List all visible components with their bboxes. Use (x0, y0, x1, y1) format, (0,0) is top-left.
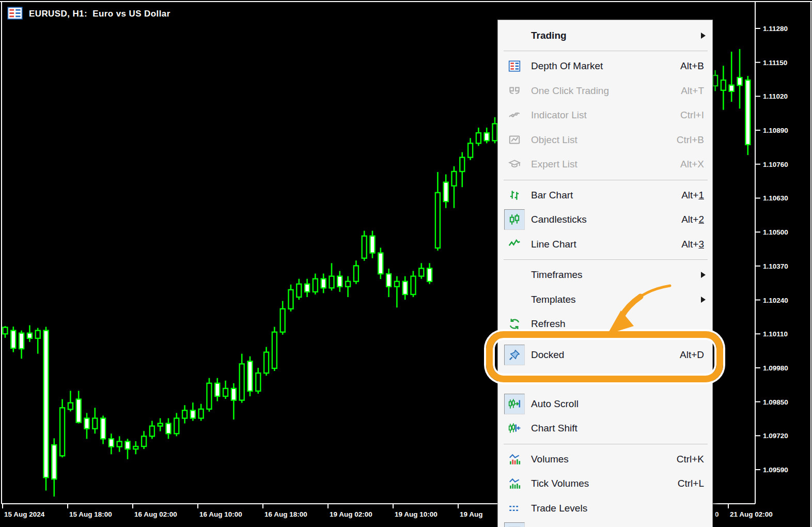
time-axis-label: 19 Aug (460, 510, 483, 518)
price-axis-label: 1.10240 (763, 297, 788, 304)
price-axis-label: 1.09850 (763, 398, 788, 406)
candle (435, 172, 440, 251)
candle (133, 441, 138, 454)
menu-item-shortcut: Alt+3 (681, 239, 704, 250)
menu-item-chart-shift[interactable]: Chart Shift (498, 416, 712, 441)
time-axis-label: 15 Aug 18:00 (69, 510, 112, 518)
menu-item-label: Refresh (531, 318, 566, 330)
candle (362, 231, 367, 261)
candlesticks-icon (504, 209, 525, 230)
menu-item-shortcut: Ctrl+K (677, 454, 704, 465)
price-axis-label: 1.10370 (763, 262, 788, 270)
one-click-trading-icon (504, 81, 525, 101)
candle (36, 328, 40, 354)
menu-item-shortcut: Ctrl+L (678, 478, 704, 489)
menu-item-shortcut: Ctrl+I (680, 110, 704, 121)
menu-item-templates[interactable]: Templates (498, 287, 712, 312)
menu-item-label: Templates (531, 294, 576, 305)
candle (3, 326, 8, 338)
candle (354, 260, 358, 284)
candle (85, 413, 89, 439)
menu-item-shortcut: Alt+X (680, 159, 704, 170)
tick-volumes-icon (504, 473, 525, 494)
menu-item-label: Tick Volumes (531, 478, 589, 489)
candle (378, 247, 383, 279)
candle (44, 327, 49, 491)
menu-item-line-chart[interactable]: Line ChartAlt+3 (498, 232, 712, 257)
submenu-arrow-icon (701, 33, 706, 39)
price-axis-label: 1.10110 (763, 330, 788, 338)
menu-item-label: Trading (531, 30, 567, 41)
depth-of-market-icon (504, 56, 525, 76)
price-axis-label: 1.11020 (763, 92, 788, 100)
menu-separator (498, 48, 712, 54)
candle (109, 433, 114, 454)
candle (215, 378, 220, 401)
price-axis-label: 1.11150 (763, 59, 787, 67)
menu-item-partial[interactable] (498, 521, 712, 527)
candle (199, 404, 204, 421)
menu-item-candlesticks[interactable]: CandlesticksAlt+2 (498, 208, 712, 233)
menu-item-label: Object List (531, 134, 577, 146)
candle (126, 439, 130, 459)
menu-item-auto-scroll[interactable]: Auto Scroll (498, 392, 712, 416)
candle (223, 381, 228, 399)
candle (444, 174, 448, 208)
time-axis-label: 19 Aug 02:00 (330, 510, 372, 518)
candle (272, 327, 277, 371)
candle (240, 354, 244, 403)
menu-item-label: Expert List (531, 159, 577, 170)
candle (76, 391, 81, 423)
time-axis-label: 16 Aug 02:00 (134, 510, 177, 518)
time-axis-label: 21 Aug 02:00 (730, 510, 773, 518)
chart-shift-icon (504, 418, 525, 439)
price-axis: 1.112801.111501.110201.108901.107601.106… (755, 25, 788, 474)
candle (337, 271, 342, 291)
candle (729, 52, 734, 102)
price-axis-label: 1.10890 (763, 127, 788, 134)
menu-item-label: Timeframes (531, 269, 583, 281)
candle (745, 76, 750, 155)
menu-item-label: Indicator List (531, 110, 587, 121)
indicator-list-icon (504, 105, 525, 126)
candle (264, 347, 269, 376)
candle (427, 263, 432, 284)
candle (92, 408, 97, 433)
partial-icon (504, 522, 525, 527)
menu-item-timeframes[interactable]: Timeframes (498, 263, 712, 288)
candle (142, 431, 146, 449)
volumes-icon (504, 449, 525, 470)
candle (738, 49, 742, 109)
candle (52, 438, 56, 497)
menu-item-depth-of-market[interactable]: Depth Of MarketAlt+B (498, 54, 712, 79)
candle (493, 117, 497, 144)
menu-item-expert-list: Expert ListAlt+X (498, 152, 712, 177)
expert-list-icon (504, 154, 525, 175)
menu-item-bar-chart[interactable]: Bar ChartAlt+1 (498, 183, 712, 208)
candle (296, 279, 301, 300)
menu-separator (498, 441, 712, 447)
bar-chart-icon (504, 185, 525, 206)
menu-item-trade-levels[interactable]: Trade Levels (498, 496, 712, 521)
candle (411, 271, 416, 297)
menu-item-trading[interactable]: Trading (498, 23, 712, 48)
candle (721, 66, 726, 110)
time-axis-label: 15 Aug 2024 (4, 510, 45, 518)
candle (19, 331, 24, 359)
menu-item-volumes[interactable]: VolumesCtrl+K (498, 447, 712, 472)
candle (476, 128, 481, 146)
trade-levels-icon (504, 498, 525, 519)
mt5-chart-window: 1.112801.111501.110201.108901.107601.106… (0, 0, 812, 527)
chart-symbol-icon (7, 7, 23, 22)
menu-item-label: Bar Chart (531, 190, 573, 201)
menu-item-label: One Click Trading (531, 85, 609, 97)
submenu-arrow-icon (701, 272, 706, 278)
candle (174, 413, 179, 436)
menu-item-label: Trade Levels (531, 503, 587, 514)
candle (330, 263, 334, 290)
menu-item-label: Depth Of Market (531, 60, 603, 72)
candle (280, 301, 285, 335)
menu-item-tick-volumes[interactable]: Tick VolumesCtrl+L (498, 472, 712, 497)
candle (101, 415, 105, 444)
candle (182, 405, 187, 423)
